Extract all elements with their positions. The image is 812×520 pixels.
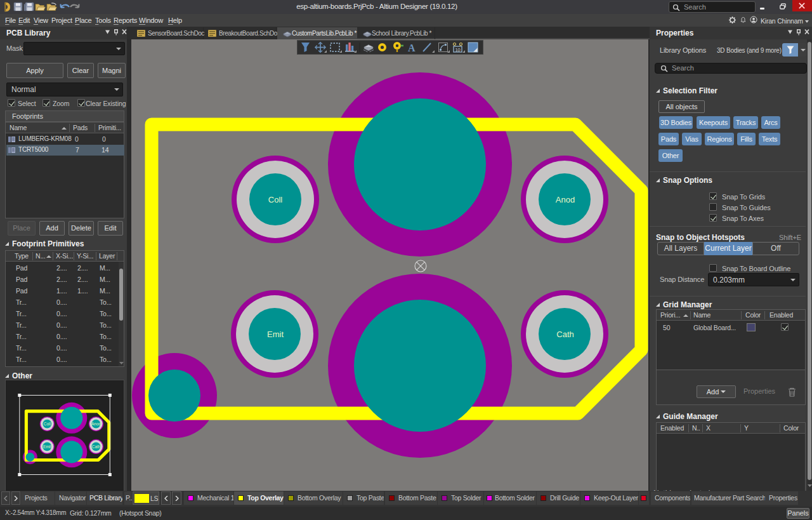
svg-text:Cath: Cath — [92, 444, 101, 449]
svg-text:A: A — [408, 43, 416, 53]
svg-text:Emit: Emit — [267, 330, 284, 339]
svg-text:Emit: Emit — [43, 444, 51, 449]
svg-text:Anod: Anod — [556, 195, 575, 204]
svg-text:10: 10 — [455, 47, 460, 53]
svg-text:Coll: Coll — [268, 195, 283, 204]
svg-text:Coll: Coll — [44, 422, 51, 426]
svg-text:Cath: Cath — [556, 330, 573, 339]
svg-text:Anod: Anod — [91, 422, 101, 426]
